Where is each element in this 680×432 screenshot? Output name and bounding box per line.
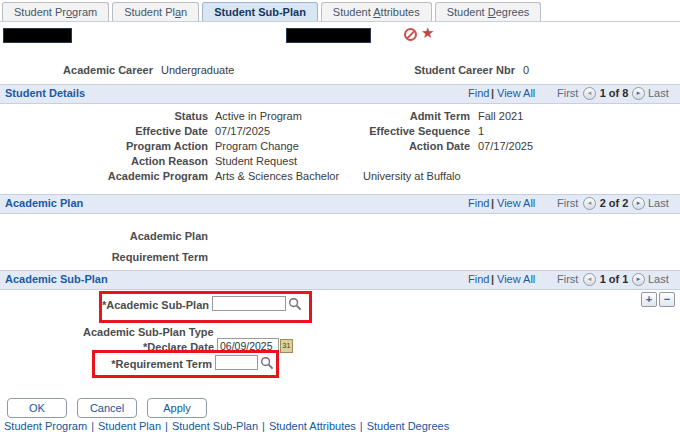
student-sub-plan-page: Student Program Student Plan Student Sub… xyxy=(0,0,680,432)
tab-label: n xyxy=(181,6,187,18)
requirement-term-input[interactable] xyxy=(215,355,258,370)
academic-plan-header: Academic Plan Find | View All First ◄ 2 … xyxy=(0,194,680,214)
status-label: Status xyxy=(58,110,208,122)
section-title: Academic Sub-Plan xyxy=(5,273,108,285)
favorite-star-icon[interactable]: ★ xyxy=(421,25,434,41)
prev-row-arrow-icon[interactable]: ◄ xyxy=(583,197,596,210)
tab-accesskey: A xyxy=(373,6,380,18)
first-link[interactable]: First xyxy=(557,87,578,99)
add-row-button[interactable]: + xyxy=(641,292,657,307)
tab-student-plan[interactable]: Student Plan xyxy=(112,2,199,21)
prev-row-arrow-icon[interactable]: ◄ xyxy=(583,273,596,286)
effective-sequence-value: 1 xyxy=(478,125,484,137)
footer-separator: | xyxy=(165,420,168,432)
view-all-link[interactable]: View All xyxy=(497,273,535,285)
program-action-value: Program Change xyxy=(215,140,299,152)
effective-date-value: 07/17/2025 xyxy=(215,125,270,137)
last-link[interactable]: Last xyxy=(648,197,669,209)
cancel-button[interactable]: Cancel xyxy=(77,398,137,418)
footer-link-student-attributes[interactable]: Student Attributes xyxy=(269,420,356,432)
row-position: 2 of 2 xyxy=(599,197,629,209)
academic-sub-plan-label: *Academic Sub-Plan xyxy=(79,299,209,311)
last-link[interactable]: Last xyxy=(648,87,669,99)
prev-row-arrow-icon[interactable]: ◄ xyxy=(583,87,596,100)
tab-label: Student xyxy=(333,6,373,18)
next-row-arrow-icon[interactable]: ► xyxy=(632,273,645,286)
academic-career-label: Academic Career xyxy=(38,64,153,76)
redacted-student-id xyxy=(286,28,371,43)
tab-label: gram xyxy=(72,6,97,18)
requirement-term-field-label: *Requirement Term xyxy=(92,358,212,370)
view-all-link[interactable]: View All xyxy=(497,197,535,209)
footer-separator: | xyxy=(91,420,94,432)
footer-link-student-sub-plan[interactable]: Student Sub-Plan xyxy=(172,420,258,432)
tab-label: Student xyxy=(447,6,488,18)
action-date-label: Action Date xyxy=(355,140,470,152)
academic-career-value: Undergraduate xyxy=(161,64,234,76)
admit-term-value: Fall 2021 xyxy=(478,110,523,122)
effective-date-label: Effective Date xyxy=(58,125,208,137)
requirement-term-label: Requirement Term xyxy=(58,251,208,263)
tab-accesskey: D xyxy=(488,6,496,18)
tab-list: Student Program Student Plan Student Sub… xyxy=(2,2,541,21)
declare-date-input[interactable] xyxy=(217,338,279,353)
next-row-arrow-icon[interactable]: ► xyxy=(632,197,645,210)
last-link[interactable]: Last xyxy=(648,273,669,285)
admit-term-label: Admit Term xyxy=(355,110,470,122)
requirement-term-lookup-icon[interactable] xyxy=(260,356,274,370)
tab-student-sub-plan[interactable]: Student Sub-Plan xyxy=(202,2,318,21)
footer-links: Student Program|Student Plan|Student Sub… xyxy=(4,420,449,432)
program-action-label: Program Action xyxy=(58,140,208,152)
tab-student-program[interactable]: Student Program xyxy=(2,2,109,21)
student-career-nbr-label: Student Career Nbr xyxy=(400,64,515,76)
first-link[interactable]: First xyxy=(557,273,578,285)
redacted-student-name xyxy=(3,28,72,43)
ok-button[interactable]: OK xyxy=(7,398,67,418)
paging-separator: | xyxy=(491,87,494,99)
first-link[interactable]: First xyxy=(557,197,578,209)
tab-label: Student Sub-Plan xyxy=(214,6,306,18)
prohibit-icon xyxy=(404,28,417,41)
section-title: Student Details xyxy=(5,87,85,99)
academic-program-value: Arts & Sciences Bachelor xyxy=(215,170,339,182)
tab-label: egrees xyxy=(496,6,530,18)
footer-separator: | xyxy=(360,420,363,432)
delete-row-button[interactable]: − xyxy=(659,292,675,307)
view-all-link[interactable]: View All xyxy=(497,87,535,99)
footer-link-student-degrees[interactable]: Student Degrees xyxy=(367,420,450,432)
academic-sub-plan-input[interactable] xyxy=(212,296,286,311)
institution-value: University at Buffalo xyxy=(363,170,461,182)
academic-sub-plan-header: Academic Sub-Plan Find | View All First … xyxy=(0,270,680,290)
find-link[interactable]: Find xyxy=(468,87,489,99)
section-title: Academic Plan xyxy=(5,197,83,209)
action-reason-label: Action Reason xyxy=(58,155,208,167)
declare-date-label: *Declare Date xyxy=(104,341,214,353)
paging-separator: | xyxy=(491,273,494,285)
tab-label: ttributes xyxy=(381,6,420,18)
tab-strip: Student Program Student Plan Student Sub… xyxy=(0,2,680,22)
academic-sub-plan-lookup-icon[interactable] xyxy=(288,297,302,311)
footer-separator: | xyxy=(262,420,265,432)
find-link[interactable]: Find xyxy=(468,197,489,209)
apply-button[interactable]: Apply xyxy=(147,398,207,418)
paging-separator: | xyxy=(491,197,494,209)
student-career-nbr-value: 0 xyxy=(523,64,529,76)
academic-plan-label: Academic Plan xyxy=(58,230,208,242)
tab-student-attributes[interactable]: Student Attributes xyxy=(321,2,432,21)
find-link[interactable]: Find xyxy=(468,273,489,285)
effective-sequence-label: Effective Sequence xyxy=(355,125,470,137)
footer-link-student-plan[interactable]: Student Plan xyxy=(98,420,161,432)
next-row-arrow-icon[interactable]: ► xyxy=(632,87,645,100)
calendar-icon[interactable]: 31 xyxy=(280,339,293,353)
tab-label: Student Pl xyxy=(124,6,175,18)
row-position: 1 of 8 xyxy=(599,87,629,99)
status-value: Active in Program xyxy=(215,110,302,122)
student-details-header: Student Details Find | View All First ◄ … xyxy=(0,84,680,104)
footer-link-student-program[interactable]: Student Program xyxy=(4,420,87,432)
tab-label: Student Pr xyxy=(14,6,66,18)
action-date-value: 07/17/2025 xyxy=(478,140,533,152)
row-position: 1 of 1 xyxy=(599,273,629,285)
academic-program-label: Academic Program xyxy=(58,170,208,182)
tab-student-degrees[interactable]: Student Degrees xyxy=(435,2,542,21)
academic-sub-plan-type-label: Academic Sub-Plan Type xyxy=(83,326,213,338)
